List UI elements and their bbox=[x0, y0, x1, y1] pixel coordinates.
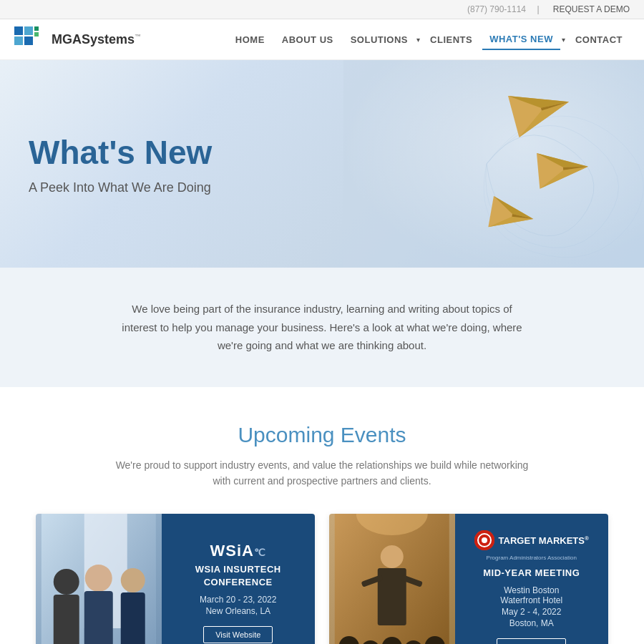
events-title: Upcoming Events bbox=[36, 423, 608, 447]
target-conf-name: MID-YEAR MEETING bbox=[483, 567, 580, 580]
hero-planes bbox=[379, 74, 623, 268]
site-header: MGASystems™ HOME ABOUT US SOLUTIONS CLIE… bbox=[0, 19, 644, 60]
top-bar: (877) 790-1114 | REQUEST A DEMO bbox=[0, 0, 644, 19]
svg-point-42 bbox=[482, 537, 487, 543]
nav-clients[interactable]: CLIENTS bbox=[423, 30, 479, 49]
people-silhouette-svg bbox=[36, 514, 162, 644]
hero-content: What's New A Peek Into What We Are Doing bbox=[29, 133, 212, 195]
svg-rect-25 bbox=[84, 591, 113, 644]
logo-text: MGASystems™ bbox=[52, 32, 141, 47]
target-logo-svg bbox=[474, 530, 494, 550]
svg-rect-23 bbox=[54, 595, 79, 644]
nav-about[interactable]: ABOUT US bbox=[275, 30, 341, 49]
event-info-target: TARGET MARKETS® Program Administrators A… bbox=[455, 514, 609, 644]
target-markets-subtitle: Program Administrators Association bbox=[487, 555, 577, 561]
wsia-location: New Orleans, LA bbox=[205, 606, 270, 616]
target-markets-logo bbox=[474, 530, 494, 550]
events-description: We're proud to support industry events, … bbox=[107, 457, 537, 489]
separator: | bbox=[537, 4, 539, 14]
svg-rect-27 bbox=[121, 592, 145, 644]
logo-icon bbox=[14, 26, 46, 52]
svg-point-30 bbox=[381, 545, 404, 568]
nav-contact[interactable]: CONTACT bbox=[568, 30, 630, 49]
event-photo-target bbox=[329, 514, 455, 644]
paper-planes-svg bbox=[379, 74, 623, 268]
event-photo-wsia bbox=[36, 514, 162, 644]
speaker-silhouette-svg bbox=[329, 514, 455, 644]
hero-subtitle: A Peek Into What We Are Doing bbox=[29, 180, 212, 195]
target-venue: Westin Boston Waterfront Hotel bbox=[500, 585, 562, 605]
svg-rect-5 bbox=[34, 32, 39, 36]
logo[interactable]: MGASystems™ bbox=[14, 26, 141, 52]
wsia-date: March 20 - 23, 2022 bbox=[200, 595, 276, 605]
svg-rect-4 bbox=[34, 26, 39, 31]
event-card-target: TARGET MARKETS® Program Administrators A… bbox=[329, 514, 608, 644]
svg-point-26 bbox=[121, 568, 145, 592]
hero-section: What's New A Peek Into What We Are Doing bbox=[0, 60, 644, 268]
target-markets-header: TARGET MARKETS® bbox=[474, 530, 589, 550]
main-nav: HOME ABOUT US SOLUTIONS CLIENTS WHAT'S N… bbox=[228, 29, 630, 50]
intro-section: We love being part of the insurance indu… bbox=[0, 268, 644, 387]
intro-text: We love being part of the insurance indu… bbox=[114, 300, 530, 355]
event-card-wsia: WSiA℃ WSIA INSURTECH CONFERENCE March 20… bbox=[36, 514, 315, 644]
request-demo-link[interactable]: REQUEST A DEMO bbox=[553, 4, 630, 14]
nav-whatsnew[interactable]: WHAT'S NEW bbox=[482, 29, 560, 50]
nav-home[interactable]: HOME bbox=[228, 30, 272, 49]
wsia-visit-button[interactable]: Visit Website bbox=[203, 626, 273, 643]
svg-rect-0 bbox=[14, 26, 23, 35]
nav-whatsnew-dropdown[interactable]: WHAT'S NEW bbox=[482, 29, 565, 50]
events-section: Upcoming Events We're proud to support i… bbox=[0, 387, 644, 645]
target-markets-name: TARGET MARKETS® bbox=[499, 534, 589, 547]
wsia-org-name: WSiA℃ bbox=[210, 542, 266, 560]
svg-rect-3 bbox=[24, 36, 33, 45]
svg-rect-2 bbox=[14, 36, 23, 45]
target-date: May 2 - 4, 2022 bbox=[502, 607, 561, 617]
svg-point-22 bbox=[54, 569, 79, 595]
events-grid: WSiA℃ WSIA INSURTECH CONFERENCE March 20… bbox=[36, 514, 608, 644]
nav-solutions[interactable]: SOLUTIONS bbox=[343, 30, 415, 49]
hero-title: What's New bbox=[29, 133, 212, 172]
svg-point-24 bbox=[85, 565, 112, 592]
svg-rect-1 bbox=[24, 26, 33, 35]
target-location: Boston, MA bbox=[509, 618, 554, 628]
nav-solutions-dropdown[interactable]: SOLUTIONS bbox=[343, 30, 420, 49]
phone-number: (877) 790-1114 bbox=[467, 4, 526, 14]
wsia-conf-name: WSIA INSURTECH CONFERENCE bbox=[195, 563, 281, 589]
target-visit-button[interactable]: Visit Website bbox=[497, 638, 566, 644]
event-info-wsia: WSiA℃ WSIA INSURTECH CONFERENCE March 20… bbox=[162, 514, 316, 644]
